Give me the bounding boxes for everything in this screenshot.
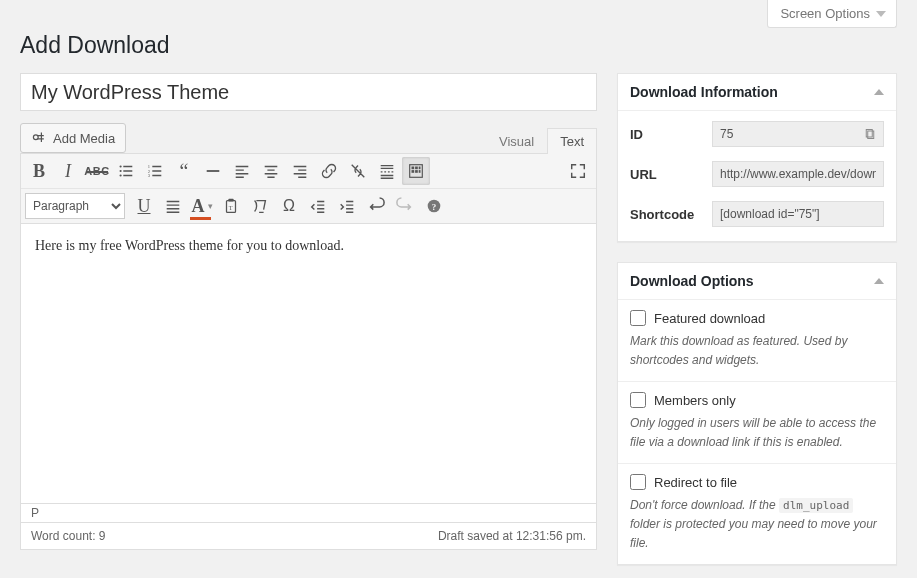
insert-more-button[interactable] xyxy=(373,157,401,185)
screen-options-label: Screen Options xyxy=(780,6,870,21)
post-title-input[interactable] xyxy=(20,73,597,111)
align-left-button[interactable] xyxy=(228,157,256,185)
hr-button[interactable] xyxy=(199,157,227,185)
paste-text-button[interactable]: T xyxy=(217,192,245,220)
editor-content-area[interactable]: Here is my free WordPress theme for you … xyxy=(20,224,597,504)
members-only-desc: Only logged in users will be able to acc… xyxy=(630,414,884,451)
clear-formatting-button[interactable] xyxy=(246,192,274,220)
svg-rect-15 xyxy=(228,199,233,202)
text-color-button[interactable]: A▾ xyxy=(188,192,216,220)
tab-text[interactable]: Text xyxy=(547,128,597,154)
svg-point-3 xyxy=(120,174,122,176)
svg-text:?: ? xyxy=(432,202,437,212)
shortcode-field[interactable]: [download id="75"] xyxy=(712,201,884,227)
featured-download-desc: Mark this download as featured. Used by … xyxy=(630,332,884,369)
id-field[interactable]: 75 xyxy=(712,121,884,147)
svg-rect-11 xyxy=(412,170,415,173)
url-label: URL xyxy=(630,167,702,182)
download-information-box: Download Information ID 75 xyxy=(617,73,897,242)
redirect-file-checkbox[interactable]: Redirect to file xyxy=(630,474,884,490)
bold-button[interactable]: B xyxy=(25,157,53,185)
url-field[interactable]: http://www.example.dev/down xyxy=(712,161,884,187)
strikethrough-button[interactable]: ABC xyxy=(83,157,111,185)
editor-path-bar: P xyxy=(20,504,597,523)
special-char-button[interactable]: Ω xyxy=(275,192,303,220)
screen-options-button[interactable]: Screen Options xyxy=(767,0,897,28)
redo-button[interactable] xyxy=(391,192,419,220)
bullet-list-button[interactable] xyxy=(112,157,140,185)
unlink-button[interactable] xyxy=(344,157,372,185)
members-only-checkbox[interactable]: Members only xyxy=(630,392,884,408)
svg-rect-9 xyxy=(415,167,418,170)
editor-toolbar: B I ABC 123 “ xyxy=(20,153,597,224)
svg-rect-8 xyxy=(412,167,415,170)
media-icon xyxy=(31,130,47,146)
svg-rect-10 xyxy=(419,167,421,170)
svg-point-1 xyxy=(120,165,122,167)
collapse-toggle-icon[interactable] xyxy=(874,278,884,284)
underline-button[interactable]: U xyxy=(130,192,158,220)
help-button[interactable]: ? xyxy=(420,192,448,220)
link-button[interactable] xyxy=(315,157,343,185)
blockquote-button[interactable]: “ xyxy=(170,157,198,185)
download-options-title: Download Options xyxy=(630,273,754,289)
chevron-down-icon xyxy=(876,11,886,17)
format-select[interactable]: Paragraph xyxy=(25,193,125,219)
add-media-button[interactable]: Add Media xyxy=(20,123,126,153)
align-right-button[interactable] xyxy=(286,157,314,185)
shortcode-label: Shortcode xyxy=(630,207,702,222)
outdent-button[interactable] xyxy=(304,192,332,220)
svg-point-2 xyxy=(120,170,122,172)
svg-rect-13 xyxy=(419,170,421,173)
download-options-box: Download Options Featured download Mark … xyxy=(617,262,897,565)
italic-button[interactable]: I xyxy=(54,157,82,185)
tab-visual[interactable]: Visual xyxy=(486,128,547,154)
word-count-label: Word count: 9 xyxy=(31,529,105,543)
fullscreen-button[interactable] xyxy=(564,157,592,185)
align-justify-button[interactable] xyxy=(159,192,187,220)
download-information-title: Download Information xyxy=(630,84,778,100)
svg-rect-12 xyxy=(415,170,418,173)
collapse-toggle-icon[interactable] xyxy=(874,89,884,95)
copy-icon xyxy=(864,128,876,140)
svg-text:3: 3 xyxy=(148,173,151,178)
toolbar-toggle-button[interactable] xyxy=(402,157,430,185)
autosave-label: Draft saved at 12:31:56 pm. xyxy=(438,529,586,543)
featured-download-checkbox[interactable]: Featured download xyxy=(630,310,884,326)
redirect-file-desc: Don't force download. If the dlm_upload … xyxy=(630,496,884,552)
numbered-list-button[interactable]: 123 xyxy=(141,157,169,185)
svg-text:T: T xyxy=(229,204,233,211)
undo-button[interactable] xyxy=(362,192,390,220)
align-center-button[interactable] xyxy=(257,157,285,185)
page-title: Add Download xyxy=(20,32,897,59)
indent-button[interactable] xyxy=(333,192,361,220)
add-media-label: Add Media xyxy=(53,131,115,146)
id-label: ID xyxy=(630,127,702,142)
